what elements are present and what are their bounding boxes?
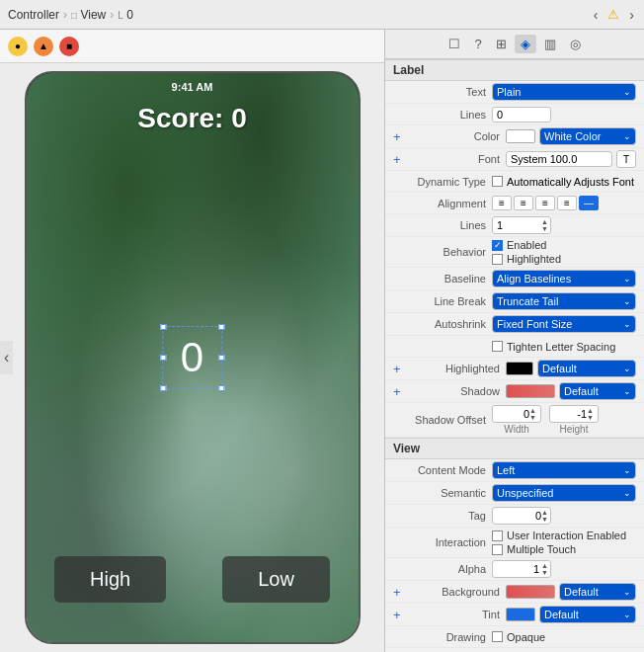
tab-file[interactable]: ☐ bbox=[443, 35, 466, 53]
baseline-select[interactable]: Align Baselines ⌄ bbox=[492, 270, 636, 287]
color-label: Color bbox=[407, 130, 506, 142]
high-button[interactable]: High bbox=[54, 556, 166, 603]
font-icon-btn[interactable]: T bbox=[616, 150, 636, 168]
font-value: System 100.0 T bbox=[506, 150, 636, 168]
highlighted-label: Highlighted bbox=[507, 253, 561, 265]
tag-stepper[interactable]: ▲▼ bbox=[541, 509, 548, 523]
tint-select[interactable]: Default ⌄ bbox=[539, 606, 636, 623]
plus-icon: + bbox=[393, 384, 407, 399]
bg-swatch[interactable] bbox=[506, 585, 555, 599]
red-btn[interactable]: ■ bbox=[59, 37, 79, 56]
left-arrow-btn[interactable]: ‹ bbox=[0, 341, 13, 374]
shadow-select[interactable]: Default ⌄ bbox=[559, 382, 636, 400]
view-section-header: View bbox=[385, 438, 644, 459]
highlighted-swatch[interactable] bbox=[506, 362, 533, 375]
tab-shield[interactable]: ◈ bbox=[515, 35, 536, 53]
chevron-icon: ⌄ bbox=[623, 364, 631, 373]
semantic-select[interactable]: Unspecified ⌄ bbox=[492, 484, 636, 502]
tighten-label: Tighten Letter Spacing bbox=[507, 341, 615, 353]
align-justify-btn[interactable]: ≡ bbox=[557, 196, 577, 210]
autoshrink-select[interactable]: Fixed Font Size ⌄ bbox=[492, 315, 636, 333]
content-mode-select[interactable]: Left ⌄ bbox=[492, 461, 636, 479]
height-input[interactable]: -1 ▲▼ bbox=[549, 405, 599, 423]
background-label: Background bbox=[407, 586, 506, 598]
dynamic-type-label: Dynamic Type bbox=[393, 176, 492, 188]
chevron-icon: ⌄ bbox=[623, 296, 631, 306]
toolbar-row: ● ▲ ■ bbox=[0, 30, 384, 63]
forward-arrow[interactable]: › bbox=[627, 7, 636, 23]
stepper-arrows[interactable]: ▲ ▼ bbox=[541, 218, 548, 232]
tab-help[interactable]: ? bbox=[468, 35, 487, 53]
highlighted-select[interactable]: Default ⌄ bbox=[537, 360, 636, 377]
multi-touch-checkbox[interactable] bbox=[492, 544, 503, 555]
tag-input[interactable]: 0 ▲▼ bbox=[492, 507, 551, 525]
align-left-btn[interactable]: ≡ bbox=[492, 196, 512, 210]
align-right-btn[interactable]: ≡ bbox=[535, 196, 555, 210]
shadow-swatch[interactable] bbox=[506, 384, 555, 398]
shadow-offset-label: Shadow Offset bbox=[393, 414, 492, 426]
handle-bl[interactable] bbox=[160, 385, 166, 391]
tag-value: 0 ▲▼ bbox=[492, 507, 636, 525]
orange-btn[interactable]: ▲ bbox=[34, 37, 53, 56]
warning-icon: ⚠ bbox=[607, 7, 619, 22]
line-break-row: Line Break Truncate Tail ⌄ bbox=[385, 290, 644, 313]
align-buttons: ≡ ≡ ≡ ≡ — bbox=[492, 196, 599, 210]
color-swatch[interactable] bbox=[506, 129, 535, 143]
low-button[interactable]: Low bbox=[222, 556, 330, 603]
semantic-label: Semantic bbox=[393, 487, 492, 499]
handle-mr[interactable] bbox=[218, 355, 224, 361]
chevron-icon: ⌄ bbox=[623, 488, 631, 498]
tab-ruler[interactable]: ▥ bbox=[538, 35, 562, 53]
auto-adjusts-label: Automatically Adjusts Font bbox=[507, 176, 634, 188]
highlighted-color-label: Highlighted bbox=[407, 363, 506, 374]
text-select[interactable]: Plain ⌄ bbox=[492, 83, 636, 101]
autoshrink-label: Autoshrink bbox=[393, 318, 492, 330]
font-select[interactable]: System 100.0 bbox=[506, 151, 612, 167]
height-offset: -1 ▲▼ Height bbox=[549, 405, 599, 435]
line-break-label: Line Break bbox=[393, 295, 492, 307]
tighten-checkbox[interactable] bbox=[492, 341, 503, 352]
width-label: Width bbox=[504, 424, 529, 435]
handle-ml[interactable] bbox=[160, 355, 166, 361]
auto-adjusts-checkbox[interactable] bbox=[492, 176, 503, 187]
lines-label: Lines bbox=[393, 109, 492, 121]
user-interaction-row: User Interaction Enabled bbox=[492, 530, 626, 541]
drawing-row: Drawing Opaque bbox=[385, 626, 644, 648]
opaque-checkbox[interactable] bbox=[492, 631, 503, 642]
handle-tl[interactable] bbox=[160, 324, 166, 330]
align-center-btn[interactable]: ≡ bbox=[514, 196, 533, 210]
score-label: Score: 0 bbox=[27, 103, 359, 134]
font-label: Font bbox=[407, 153, 506, 165]
text-value: Plain ⌄ bbox=[492, 83, 636, 101]
handle-tr[interactable] bbox=[218, 324, 224, 330]
handle-br[interactable] bbox=[218, 385, 224, 391]
lines-input[interactable]: 0 bbox=[492, 107, 551, 122]
lines-count-input[interactable]: 1 ▲ ▼ bbox=[492, 216, 551, 234]
color-select[interactable]: White Color ⌄ bbox=[539, 127, 636, 145]
background-select[interactable]: Default ⌄ bbox=[559, 583, 636, 601]
tab-grid[interactable]: ⊞ bbox=[490, 35, 513, 53]
tint-swatch[interactable] bbox=[506, 608, 535, 621]
alpha-stepper[interactable]: ▲▼ bbox=[541, 562, 548, 576]
width-stepper[interactable]: ▲▼ bbox=[529, 407, 536, 421]
center-label-container[interactable]: 0 bbox=[162, 326, 222, 389]
user-interaction-checkbox[interactable] bbox=[492, 530, 503, 541]
tab-circle[interactable]: ◎ bbox=[564, 35, 587, 53]
plus-icon: + bbox=[393, 152, 407, 167]
lines-row: Lines 0 bbox=[385, 104, 644, 125]
interaction-row: Interaction User Interaction Enabled Mul… bbox=[385, 528, 644, 558]
highlighted-checkbox[interactable] bbox=[492, 254, 503, 265]
controller-crumb[interactable]: Controller bbox=[8, 8, 59, 22]
line-break-select[interactable]: Truncate Tail ⌄ bbox=[492, 292, 636, 310]
height-stepper[interactable]: ▲▼ bbox=[587, 407, 594, 421]
enabled-checkbox[interactable]: ✓ bbox=[492, 240, 503, 251]
tint-value: Default ⌄ bbox=[506, 606, 636, 623]
yellow-btn[interactable]: ● bbox=[8, 37, 28, 56]
autoshrink-row: Autoshrink Fixed Font Size ⌄ bbox=[385, 313, 644, 336]
back-arrow[interactable]: ‹ bbox=[592, 7, 601, 23]
alpha-input[interactable]: 1 ▲▼ bbox=[492, 560, 551, 578]
align-natural-btn[interactable]: — bbox=[579, 196, 599, 210]
nav-buttons: ‹ ⚠ › bbox=[592, 7, 636, 23]
width-input[interactable]: 0 ▲▼ bbox=[492, 405, 541, 423]
chevron-icon: ⌄ bbox=[623, 319, 631, 329]
